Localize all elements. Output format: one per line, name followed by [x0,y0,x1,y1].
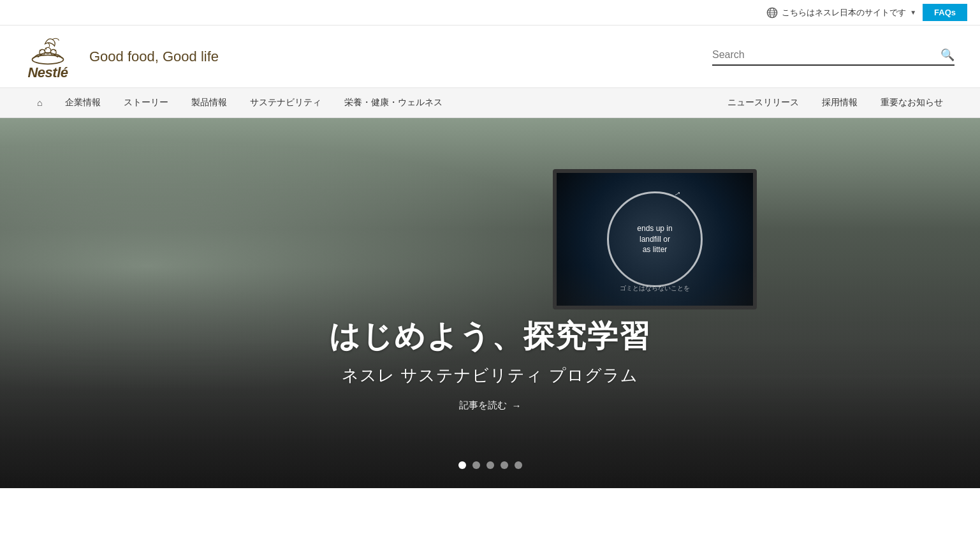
nav-item-newsrelease[interactable]: ニュースリリース [716,88,810,117]
header-tagline: Good food, Good life [89,48,219,65]
region-text: こちらはネスレ日本のサイトです [782,7,906,19]
region-selector[interactable]: こちらはネスレ日本のサイトです ▼ [766,7,916,19]
dot-2[interactable] [472,461,480,469]
dot-1[interactable] [458,461,466,469]
nav-item-corporate[interactable]: 企業情報 [54,88,112,117]
dot-5[interactable] [515,461,522,469]
hero-subtitle: ネスレ サステナビリティ プログラム [329,364,651,387]
hero-read-text: 記事を読む [459,399,507,412]
nav-item-products[interactable]: 製品情報 [180,88,238,117]
hero-read-link[interactable]: 記事を読む → [459,399,522,412]
hero-title: はじめよう、探究学習 [329,316,651,357]
hero-arrow-icon: → [512,400,522,411]
top-bar: こちらはネスレ日本のサイトです ▼ FAQs [0,0,980,26]
globe-icon [766,7,778,19]
nav-item-sustainability[interactable]: サステナビリティ [238,88,333,117]
hero-students-overlay [0,118,980,488]
faqs-button[interactable]: FAQs [923,4,967,21]
nav-item-story[interactable]: ストーリー [112,88,180,117]
nestle-wordmark: Nestlé [27,64,68,81]
svg-point-2 [33,55,64,64]
hero-slide-dots [458,461,522,469]
nav-home[interactable]: ⌂ [26,89,54,117]
dot-3[interactable] [486,461,494,469]
hero-text-overlay: はじめよう、探究学習 ネスレ サステナビリティ プログラム 記事を読む → [329,316,651,412]
search-icon[interactable]: 🔍 [940,48,954,62]
nestle-logo-bird-icon [26,32,70,67]
hero-section: ends up in landfill or as litter ゴミとはならな… [0,118,980,488]
nav-item-recruitment[interactable]: 採用情報 [810,88,869,117]
search-input[interactable] [712,49,940,61]
nestle-logo[interactable]: Nestlé [26,32,70,81]
nav-item-notice[interactable]: 重要なお知らせ [869,88,954,117]
header: Nestlé Good food, Good life 🔍 [0,26,980,88]
home-icon: ⌂ [37,98,42,108]
nav-left: ⌂ 企業情報 ストーリー 製品情報 サステナビリティ 栄養・健康・ウェルネス [26,88,454,117]
logo-area: Nestlé Good food, Good life [26,32,219,81]
nav-item-nutrition[interactable]: 栄養・健康・ウェルネス [333,88,454,117]
chevron-down-icon: ▼ [910,9,916,16]
navigation: ⌂ 企業情報 ストーリー 製品情報 サステナビリティ 栄養・健康・ウェルネス ニ… [0,88,980,118]
search-area[interactable]: 🔍 [712,48,954,66]
dot-4[interactable] [501,461,508,469]
nav-right: ニュースリリース 採用情報 重要なお知らせ [716,88,954,117]
